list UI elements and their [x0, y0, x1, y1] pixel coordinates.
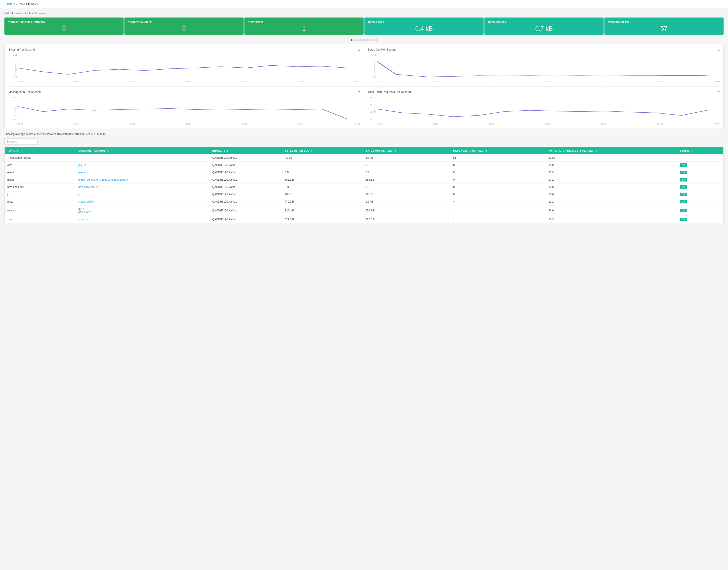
x-tick: 04:00	[355, 123, 360, 125]
consumer-group-link[interactable]: jc ↗	[78, 193, 83, 196]
cell-bytes-in-2: 0 B	[282, 169, 363, 176]
kpi-title-bytes-in: Bytes In/Sec	[368, 20, 480, 23]
cell-bytes-out-5: 28.1 B	[363, 191, 450, 198]
dropdown-arrow-icon[interactable]: ▾	[37, 3, 38, 5]
pagination-dot-8[interactable]	[376, 39, 377, 41]
cell-consumer-groups-4: hive-hook-emr ↗	[76, 184, 210, 191]
pagination-dot-0[interactable]	[351, 39, 352, 41]
table-header-brokers[interactable]: BROKERS ⇅	[210, 147, 282, 155]
cell-brokers-1: QACDH512C.kafka1	[210, 162, 282, 169]
table-header-bytes-out-per-sec[interactable]: BYTES OUT PER SEC ⇅	[363, 147, 450, 155]
breadcrumb-separator: /	[16, 2, 17, 6]
cell-status-7: OK	[677, 206, 723, 216]
pagination-dot-5[interactable]	[366, 39, 368, 41]
pagination-dot-7[interactable]	[372, 39, 374, 41]
x-tick: 16:00	[186, 80, 191, 83]
x-tick: 20:00	[242, 123, 247, 125]
consumer-group-link[interactable]: spark ↗	[78, 218, 88, 221]
x-tick: 04:00	[377, 123, 382, 125]
cell-brokers-0: QACDH512C.kafka1	[210, 154, 282, 162]
x-tick: 29. Apr	[298, 123, 304, 125]
cell-messages-in-2: 0	[450, 169, 546, 176]
table-header-topic[interactable]: TOPIC ⇅	[5, 147, 76, 155]
top-bar: Clusters / QACDH512C ▾	[0, 0, 728, 8]
table-header-bytes-in-per-sec[interactable]: BYTES IN PER SEC ⇅	[282, 147, 363, 155]
metrics-info: Showing average values of metrics betwee…	[4, 132, 724, 135]
kpi-value-under-replicated: 0	[8, 25, 120, 32]
chart-wrapper-messages-in-per-second: 57.4057.2057.00 Count/Second 04:0008:001…	[8, 96, 360, 125]
cell-bytes-in-7: 325.4 B	[282, 206, 363, 216]
consumer-group-link[interactable]: hive-hook-emr ↗	[78, 186, 98, 189]
consumer-group-link[interactable]: persistor ↗	[78, 211, 92, 214]
x-tick: 04:00	[714, 80, 720, 83]
cell-topic-2: event	[5, 169, 76, 176]
consumer-group-link[interactable]: mr ↗	[78, 208, 84, 211]
chart-y-label-bytes-out-per-second: Bytes/Second	[374, 64, 376, 75]
sort-icon-topic: ⇅	[17, 150, 19, 152]
y-tick: 402.00	[370, 118, 376, 120]
cell-status-3: OK	[677, 176, 723, 184]
cell-status-8: OK	[677, 216, 723, 223]
consumer-group-link[interactable]: jcs2 ↗	[78, 164, 86, 167]
y-tick: 6 kB	[13, 54, 17, 56]
breadcrumb-clusters[interactable]: Clusters	[4, 2, 15, 6]
pagination-dot-6[interactable]	[369, 39, 371, 41]
cell-brokers-2: QACDH512C.kafka1	[210, 169, 282, 176]
kpi-card-under-replicated: # Under Replicated Partitions 0	[4, 17, 124, 35]
chart-title-bytes-out-per-second: Bytes Out Per Second	[368, 48, 720, 51]
kpi-card-bytes-in: Bytes In/Sec 6.4 kB	[364, 17, 484, 35]
x-tick: 20:00	[601, 123, 606, 125]
y-tick: 6 kB	[13, 76, 17, 78]
chart-total-fetch-requests-per-second: Total Fetch Requests Per Second ≡ 405.00…	[364, 86, 723, 129]
chart-menu-icon-bytes-in-per-second[interactable]: ≡	[358, 48, 360, 52]
chart-menu-icon-messages-in-per-second[interactable]: ≡	[358, 90, 360, 94]
status-badge: OK	[680, 163, 687, 167]
kpi-card-messages-in: Messages In/Sec 57	[604, 17, 724, 35]
cell-status-4: OK	[677, 184, 723, 191]
cell-bytes-in-6: 779.2 B	[282, 198, 363, 206]
cell-messages-in-0: 51	[450, 154, 546, 162]
pagination-dot-3[interactable]	[360, 39, 362, 41]
search-input[interactable]	[4, 138, 38, 145]
pagination-dot-4[interactable]	[363, 39, 365, 41]
cell-brokers-8: QACDH512C.kafka1	[210, 216, 282, 223]
cell-consumer-groups-7: mr ↗persistor ↗	[76, 206, 210, 216]
table-header-messages-in-per-sec[interactable]: MESSAGES IN PER SEC ⇅	[450, 147, 546, 155]
table-header-consumer-groups[interactable]: CONSUMER GROUPS ⇅	[76, 147, 210, 155]
consumer-group-link[interactable]: event ↗	[78, 171, 88, 174]
cell-bytes-out-4: 0 B	[363, 184, 450, 191]
table-header-total-fetch-requests-per-sec[interactable]: TOTAL FETCH REQUESTS PER SEC ⇅	[546, 147, 677, 155]
sort-icon-status: ⇅	[692, 150, 694, 152]
cell-bytes-out-3: 656.1 B	[363, 176, 450, 184]
cell-status-1: OK	[677, 162, 723, 169]
topics-table: TOPIC ⇅CONSUMER GROUPS ⇅BROKERS ⇅BYTES I…	[4, 147, 724, 223]
y-tick: 7 kB	[372, 54, 376, 56]
kpi-title-under-replicated: # Under Replicated Partitions	[8, 20, 120, 23]
sort-icon-bytes-in-per-sec: ⇅	[311, 150, 313, 152]
y-tick: 6 kB	[13, 61, 17, 63]
status-badge: OK	[680, 209, 687, 212]
main-content: KPI information for last 24 hours # Unde…	[0, 8, 728, 227]
table-header-status[interactable]: STATUS ⇅	[677, 147, 723, 155]
pagination-dots	[4, 38, 724, 42]
table-row: metastatus-16968 ↗QACDH512C.kafka1779.2 …	[5, 198, 724, 206]
kpi-title-controller: # Controller	[248, 20, 360, 23]
chart-menu-icon-bytes-out-per-second[interactable]: ≡	[718, 48, 720, 52]
cell-bytes-out-2: 0 B	[363, 169, 450, 176]
y-tick: 404.00	[370, 103, 376, 106]
chart-menu-icon-total-fetch-requests-per-second[interactable]: ≡	[718, 90, 720, 94]
charts-grid: Bytes In Per Second ≡ 6 kB6 kB6 kB6 kB B…	[5, 44, 723, 129]
table-row: __consumer_offsets--QACDH512C.kafka14.3 …	[5, 154, 724, 162]
cell-consumer-groups-6: status-16968 ↗	[76, 198, 210, 206]
pagination-dot-1[interactable]	[354, 39, 356, 41]
x-tick: 29. Apr	[298, 80, 304, 83]
cell-total-fetch-1: 16.0	[546, 162, 677, 169]
table-header-row: TOPIC ⇅CONSUMER GROUPS ⇅BROKERS ⇅BYTES I…	[5, 147, 724, 155]
consumer-group-link[interactable]: status-16968 ↗	[78, 200, 97, 203]
cell-brokers-4: QACDH512C.kafka1	[210, 184, 282, 191]
consumer-group-link[interactable]: hitdoc_consumer_36913037855578191 ↗	[78, 178, 128, 181]
cell-topic-8: spark	[5, 216, 76, 223]
status-badge: OK	[680, 171, 687, 174]
chart-wrapper-bytes-in-per-second: 6 kB6 kB6 kB6 kB Bytes/Second 04:0008:00…	[8, 54, 360, 83]
pagination-dot-2[interactable]	[357, 39, 359, 41]
